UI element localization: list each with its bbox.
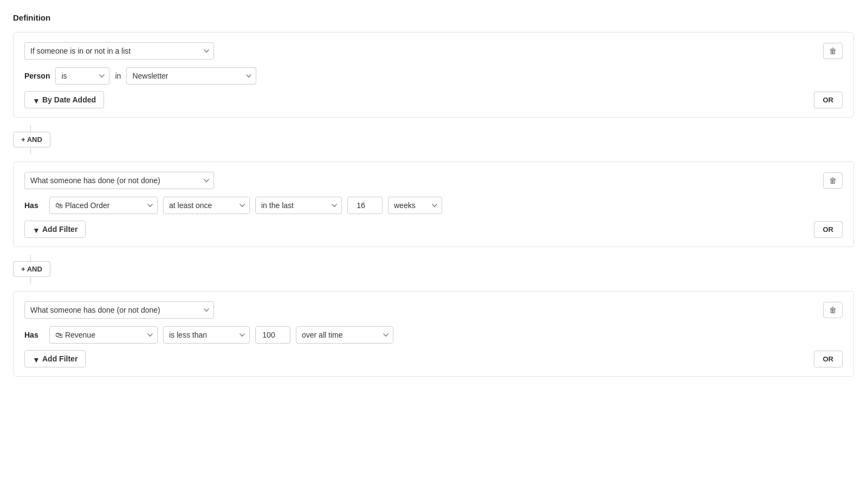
condition-block-3: What someone has done (or not done) 🗑 Ha… [13, 291, 854, 377]
filter-icon-2: ▼ [33, 226, 39, 232]
placed-order-select[interactable]: 🛍 Placed Order [49, 197, 158, 214]
has-label-2: Has [24, 201, 44, 210]
condition-block-1: If someone is in or not in a list 🗑 Pers… [13, 32, 854, 118]
time-range-select[interactable]: in the last [255, 197, 342, 214]
and-button-2[interactable]: + AND [13, 261, 50, 277]
and-line-bottom-2 [30, 277, 31, 283]
number-input-3[interactable] [255, 326, 290, 344]
condition-type-select-3[interactable]: What someone has done (or not done) [24, 301, 214, 319]
or-button-1[interactable]: OR [814, 92, 843, 108]
by-date-added-label: By Date Added [42, 95, 96, 104]
trash-icon-1: 🗑 [829, 47, 837, 55]
frequency-select[interactable]: at least once [163, 197, 250, 214]
and-connector-1: + AND [13, 118, 854, 161]
in-label: in [115, 72, 121, 80]
person-label: Person [24, 72, 50, 80]
add-filter-button-3[interactable]: ▼ Add Filter [24, 350, 86, 367]
filter-icon-1: ▼ [33, 96, 39, 103]
page-title: Definition [13, 13, 854, 22]
over-all-time-select[interactable]: over all time [296, 326, 393, 344]
or-button-3[interactable]: OR [814, 351, 843, 367]
comparison-select[interactable]: is less than [163, 326, 250, 344]
revenue-select[interactable]: 🛍 Revenue [49, 326, 158, 344]
by-date-added-button[interactable]: ▼ By Date Added [24, 91, 104, 108]
add-filter-button-2[interactable]: ▼ Add Filter [24, 221, 86, 238]
time-unit-select[interactable]: weeks [388, 197, 442, 214]
delete-button-1[interactable]: 🗑 [823, 43, 843, 59]
and-line-bottom-1 [30, 147, 31, 154]
trash-icon-2: 🗑 [829, 176, 837, 185]
and-connector-2: + AND [13, 247, 854, 291]
filter-icon-3: ▼ [33, 356, 39, 362]
condition-type-select-2[interactable]: What someone has done (or not done) [24, 172, 214, 189]
and-line-top-1 [30, 125, 31, 132]
or-button-2[interactable]: OR [814, 221, 843, 238]
delete-button-3[interactable]: 🗑 [823, 302, 843, 318]
trash-icon-3: 🗑 [829, 306, 837, 314]
add-filter-label-2: Add Filter [42, 225, 77, 234]
condition-type-select-1[interactable]: If someone is in or not in a list [24, 42, 214, 60]
number-input-2[interactable] [347, 197, 383, 214]
has-label-3: Has [24, 331, 44, 339]
add-filter-label-3: Add Filter [42, 354, 77, 363]
delete-button-2[interactable]: 🗑 [823, 172, 843, 189]
condition-block-2: What someone has done (or not done) 🗑 Ha… [13, 161, 854, 247]
and-button-1[interactable]: + AND [13, 132, 50, 147]
newsletter-select[interactable]: Newsletter [126, 67, 256, 85]
and-line-top-2 [30, 255, 31, 261]
person-is-select[interactable]: is [55, 67, 109, 85]
